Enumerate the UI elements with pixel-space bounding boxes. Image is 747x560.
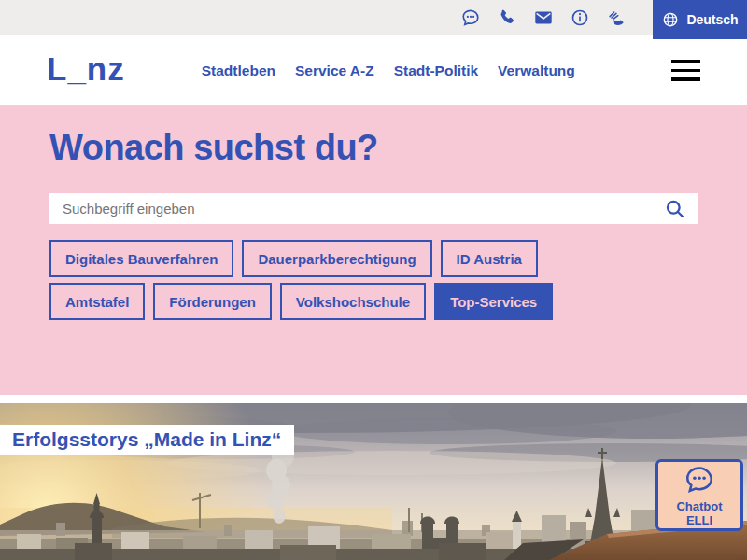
linz-logo[interactable]: L_nz: [47, 52, 125, 85]
nav-service-a-z[interactable]: Service A-Z: [295, 63, 374, 79]
tag-foerderungen[interactable]: Förderungen: [153, 283, 272, 320]
mail-icon[interactable]: [532, 7, 555, 29]
globe-icon: [661, 10, 680, 29]
quick-link-tags: Digitales Bauverfahren Dauerparkberechti…: [49, 240, 628, 320]
main-nav: Stadtleben Service A-Z Stadt-Politik Ver…: [202, 63, 575, 79]
hero-caption-link[interactable]: Erfolgsstorys „Made in Linz“: [0, 425, 294, 455]
chat-icon[interactable]: [459, 7, 482, 29]
search-section: Wonach suchst du? Digitales Bauverfahren…: [0, 105, 747, 395]
main-header: L_nz Stadtleben Service A-Z Stadt-Politi…: [0, 35, 747, 105]
chat-bubble-icon: [460, 7, 481, 28]
tag-dauerparkberechtigung[interactable]: Dauerparkberechtigung: [242, 240, 431, 277]
search-input[interactable]: [61, 200, 660, 217]
search-heading: Wonach suchst du?: [49, 105, 698, 168]
topbar: Deutsch: [0, 0, 747, 35]
burger-bar: [671, 60, 700, 63]
burger-bar: [671, 77, 700, 81]
language-button[interactable]: Deutsch: [653, 0, 747, 39]
nav-stadt-politik[interactable]: Stadt-Politik: [394, 63, 478, 79]
tag-volkshochschule[interactable]: Volkshochschule: [280, 283, 426, 320]
nav-stadtleben[interactable]: Stadtleben: [202, 63, 275, 79]
linz-homepage: Deutsch L_nz Stadtleben Service A-Z Stad…: [0, 0, 747, 560]
phone-icon[interactable]: [496, 7, 518, 29]
sign-language-icon[interactable]: [605, 7, 627, 29]
tag-digitales-bauverfahren[interactable]: Digitales Bauverfahren: [49, 240, 233, 277]
hero-section: Erfolgsstorys „Made in Linz“ Chatbot ELL…: [0, 403, 747, 560]
section-divider: [0, 395, 747, 403]
chatbot-bubble-icon: [683, 463, 716, 497]
hamburger-menu-icon[interactable]: [671, 60, 700, 81]
nav-verwaltung[interactable]: Verwaltung: [498, 63, 575, 79]
tag-amtstafel[interactable]: Amtstafel: [49, 283, 145, 320]
info-circle-icon: [570, 7, 590, 28]
chatbot-label: Chatbot ELLI: [664, 499, 735, 527]
tag-top-services[interactable]: Top-Services: [434, 283, 553, 320]
chatbot-elli-button[interactable]: Chatbot ELLI: [655, 459, 743, 531]
search-submit-button[interactable]: [660, 198, 690, 220]
info-icon[interactable]: [569, 7, 591, 29]
search-icon: [664, 198, 686, 220]
burger-bar: [671, 69, 700, 73]
search-bar: [49, 193, 698, 224]
tag-id-austria[interactable]: ID Austria: [441, 240, 538, 277]
phone-handset-icon: [497, 7, 517, 28]
sign-language-hands-icon: [606, 7, 627, 28]
language-label: Deutsch: [686, 12, 738, 27]
envelope-icon: [533, 7, 554, 28]
